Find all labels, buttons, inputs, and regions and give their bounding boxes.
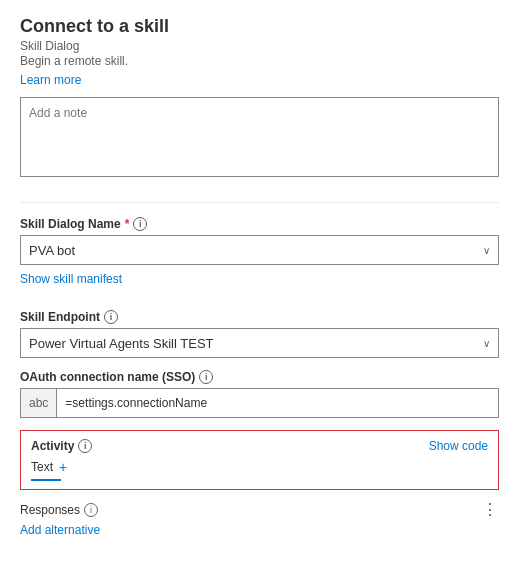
oauth-prefix: abc [21, 389, 57, 417]
skill-endpoint-dropdown[interactable]: Power Virtual Agents Skill TEST ∨ [20, 328, 499, 358]
chevron-down-icon: ∨ [483, 338, 490, 349]
note-textarea[interactable] [20, 97, 499, 177]
oauth-info-icon[interactable]: i [199, 370, 213, 384]
required-star: * [125, 217, 130, 231]
chevron-down-icon: ∨ [483, 245, 490, 256]
activity-section: Activity i Show code Text + [20, 430, 499, 490]
label-text: OAuth connection name (SSO) [20, 370, 195, 384]
responses-info-icon[interactable]: i [84, 503, 98, 517]
skill-dialog-name-label: Skill Dialog Name * i [20, 217, 499, 231]
show-code-link[interactable]: Show code [429, 439, 488, 453]
responses-label-text: Responses [20, 503, 80, 517]
add-text-icon[interactable]: + [59, 459, 67, 475]
responses-more-icon[interactable]: ⋮ [482, 500, 499, 519]
section-divider [20, 202, 499, 203]
description: Begin a remote skill. [20, 54, 499, 68]
responses-section: Responses i ⋮ Add alternative [20, 500, 499, 537]
oauth-input-row: abc =settings.connectionName [20, 388, 499, 418]
skill-endpoint-field: Skill Endpoint i Power Virtual Agents Sk… [20, 310, 499, 358]
skill-dialog-name-value: PVA bot [29, 243, 75, 258]
responses-label: Responses i [20, 503, 98, 517]
learn-more-link[interactable]: Learn more [20, 73, 81, 87]
oauth-value[interactable]: =settings.connectionName [57, 396, 498, 410]
skill-endpoint-label: Skill Endpoint i [20, 310, 499, 324]
skill-endpoint-value: Power Virtual Agents Skill TEST [29, 336, 214, 351]
text-underline [31, 479, 61, 481]
skill-dialog-name-field: Skill Dialog Name * i PVA bot ∨ Show ski… [20, 217, 499, 298]
activity-label-text: Activity [31, 439, 74, 453]
activity-header: Activity i Show code [31, 439, 488, 453]
show-manifest-link[interactable]: Show skill manifest [20, 272, 122, 286]
skill-endpoint-info-icon[interactable]: i [104, 310, 118, 324]
skill-dialog-info-icon[interactable]: i [133, 217, 147, 231]
oauth-field: OAuth connection name (SSO) i abc =setti… [20, 370, 499, 418]
activity-info-icon[interactable]: i [78, 439, 92, 453]
add-alternative-link[interactable]: Add alternative [20, 523, 100, 537]
label-text: Skill Dialog Name [20, 217, 121, 231]
subtitle: Skill Dialog [20, 39, 499, 53]
skill-dialog-name-dropdown[interactable]: PVA bot ∨ [20, 235, 499, 265]
activity-label: Activity i [31, 439, 92, 453]
responses-header: Responses i ⋮ [20, 500, 499, 519]
page-title: Connect to a skill [20, 16, 499, 37]
text-row: Text + [31, 459, 488, 475]
oauth-label: OAuth connection name (SSO) i [20, 370, 499, 384]
label-text: Skill Endpoint [20, 310, 100, 324]
text-label: Text [31, 460, 53, 474]
